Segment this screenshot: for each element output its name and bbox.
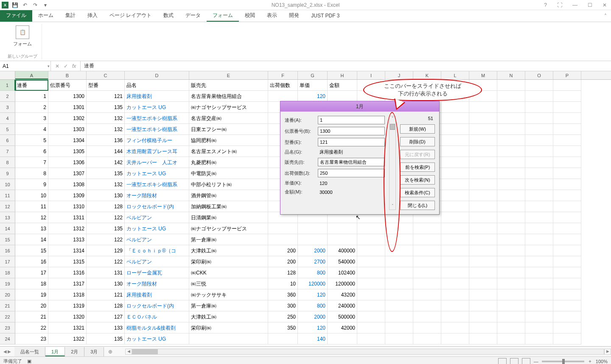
cell[interactable] xyxy=(357,256,385,267)
cell[interactable]: 135 xyxy=(87,223,125,234)
cell[interactable] xyxy=(469,311,497,322)
cell[interactable]: 名古屋交産㈱ xyxy=(189,113,268,124)
sheet-nav-prev-icon[interactable]: ◀ xyxy=(3,349,7,354)
cell[interactable]: オーク階段材 xyxy=(125,278,189,289)
cell[interactable]: 伝票番号 xyxy=(48,80,87,91)
cell[interactable]: 144 xyxy=(87,146,125,157)
cell[interactable]: 2000 xyxy=(298,311,328,322)
col-header-m[interactable]: M xyxy=(469,71,497,79)
cell[interactable] xyxy=(497,102,525,113)
cell[interactable] xyxy=(413,91,441,102)
cell[interactable] xyxy=(441,333,469,344)
cell[interactable] xyxy=(497,190,525,201)
cell[interactable]: 128 xyxy=(87,300,125,311)
cell[interactable] xyxy=(328,234,357,245)
tab-file[interactable]: ファイル xyxy=(0,10,32,22)
form-close-button[interactable]: 閉じる(L) xyxy=(400,201,435,210)
cell[interactable]: 17 xyxy=(15,267,48,278)
tab-view[interactable]: 表示 xyxy=(261,10,283,22)
cell[interactable]: 1322 xyxy=(48,333,87,344)
cell[interactable] xyxy=(413,278,441,289)
cell[interactable]: 3 xyxy=(15,113,48,124)
cell[interactable] xyxy=(497,300,525,311)
cell[interactable]: 8 xyxy=(15,168,48,179)
form-dialog-title[interactable]: 1月 xyxy=(280,101,439,112)
cell[interactable] xyxy=(525,146,553,157)
cell[interactable] xyxy=(268,234,298,245)
cell[interactable] xyxy=(441,179,469,190)
cell[interactable] xyxy=(497,135,525,146)
col-header-l[interactable]: L xyxy=(441,71,469,79)
new-sheet-icon[interactable]: ⊕ xyxy=(104,349,117,355)
cell[interactable] xyxy=(441,212,469,223)
cell[interactable]: 250 xyxy=(268,311,298,322)
row-header[interactable]: 20 xyxy=(0,289,15,300)
cell[interactable] xyxy=(441,80,469,91)
cell[interactable]: 品名 xyxy=(125,80,189,91)
cell[interactable] xyxy=(497,179,525,190)
tab-home[interactable]: ホーム xyxy=(32,10,59,22)
cell[interactable] xyxy=(413,289,441,300)
cell[interactable]: 名古屋エスメント㈱ xyxy=(189,146,268,157)
tab-review[interactable]: 校閲 xyxy=(239,10,261,22)
cell[interactable] xyxy=(469,80,497,91)
cell[interactable] xyxy=(357,311,385,322)
cell[interactable]: 1200000 xyxy=(328,278,357,289)
cell[interactable]: 単価 xyxy=(298,80,328,91)
row-header[interactable]: 7 xyxy=(0,146,15,157)
cell[interactable] xyxy=(525,113,553,124)
cell[interactable] xyxy=(525,201,553,212)
qat-dropdown-icon[interactable]: ▾ xyxy=(42,1,49,9)
cell[interactable] xyxy=(469,113,497,124)
row-header-1[interactable]: 1 xyxy=(0,80,15,91)
undo-icon[interactable]: ↶ xyxy=(21,1,29,9)
cell[interactable] xyxy=(553,168,581,179)
tab-form[interactable]: フォーム xyxy=(207,10,239,22)
cell[interactable] xyxy=(357,91,385,102)
view-normal-icon[interactable] xyxy=(498,358,507,364)
cell[interactable] xyxy=(553,223,581,234)
cell[interactable] xyxy=(553,201,581,212)
cell[interactable]: 1317 xyxy=(48,278,87,289)
cell[interactable] xyxy=(385,278,413,289)
horizontal-scrollbar[interactable] xyxy=(132,349,604,355)
cell[interactable]: ＥＣＯパネル xyxy=(125,311,189,322)
cell[interactable]: 1312 xyxy=(48,223,87,234)
cell[interactable]: 400000 xyxy=(328,245,357,256)
cell[interactable]: 床用接着剤 xyxy=(125,289,189,300)
cell[interactable] xyxy=(469,146,497,157)
form-input-shukka[interactable] xyxy=(318,169,385,177)
cell[interactable] xyxy=(553,91,581,102)
help-icon[interactable]: ? xyxy=(541,2,549,8)
cell[interactable]: 出荷個数 xyxy=(268,80,298,91)
col-header-a[interactable]: A xyxy=(15,71,48,79)
cell[interactable]: 1316 xyxy=(48,267,87,278)
col-header-h[interactable]: H xyxy=(328,71,357,79)
cell[interactable] xyxy=(385,300,413,311)
cell[interactable]: 1318 xyxy=(48,289,87,300)
cell[interactable]: 133 xyxy=(87,322,125,333)
cell[interactable] xyxy=(441,124,469,135)
cell[interactable]: 1308 xyxy=(48,179,87,190)
cell[interactable]: 1305 xyxy=(48,146,87,157)
cell[interactable]: 一液型エポキシ樹脂系 xyxy=(125,113,189,124)
sheet-tab-feb[interactable]: 2月 xyxy=(65,347,84,356)
cell[interactable] xyxy=(497,256,525,267)
cell[interactable]: 12 xyxy=(15,212,48,223)
col-header-b[interactable]: B xyxy=(48,71,87,79)
cell[interactable]: 129 xyxy=(87,245,125,256)
hscroll-thumb[interactable] xyxy=(132,349,158,354)
col-header-j[interactable]: J xyxy=(385,71,413,79)
cell[interactable] xyxy=(497,201,525,212)
cell[interactable] xyxy=(385,333,413,344)
row-header[interactable]: 18 xyxy=(0,267,15,278)
collapse-ribbon-icon[interactable]: ˄ xyxy=(600,10,611,22)
cell[interactable]: 22 xyxy=(15,322,48,333)
cell[interactable] xyxy=(525,333,553,344)
row-header[interactable]: 14 xyxy=(0,223,15,234)
cell[interactable]: 1 xyxy=(15,91,48,102)
cell[interactable] xyxy=(525,234,553,245)
form-scrollbar[interactable]: ˄ ˅ xyxy=(389,116,396,210)
cell[interactable]: 132 xyxy=(87,113,125,124)
form-next-button[interactable]: 次を検索(N) xyxy=(400,175,435,185)
